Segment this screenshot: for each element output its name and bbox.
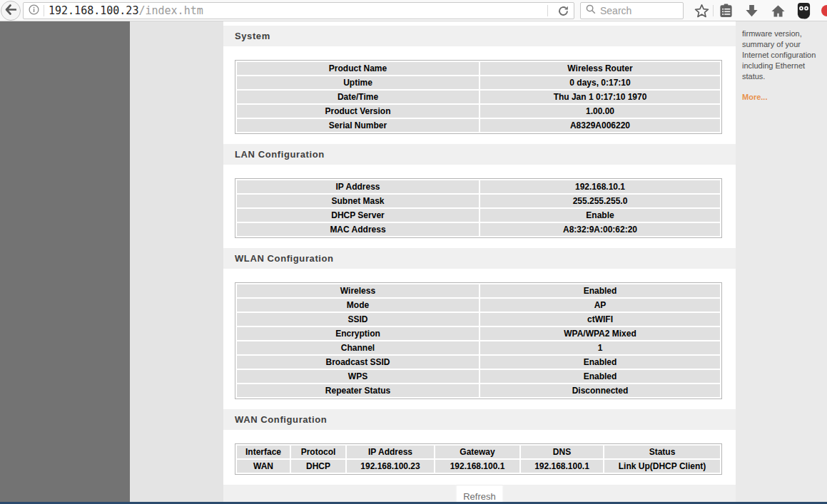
row-label: Repeater Status xyxy=(237,384,479,397)
more-link[interactable]: More... xyxy=(742,93,767,101)
column-header: Interface xyxy=(237,446,290,458)
back-arrow-icon xyxy=(5,4,16,18)
table-row: MAC AddressA8:32:9A:00:62:20 xyxy=(237,223,720,236)
extension-red-icon[interactable] xyxy=(821,5,827,16)
table-row: Repeater StatusDisconnected xyxy=(237,384,720,397)
row-value: Wireless Router xyxy=(480,62,720,75)
footer-band: Refresh xyxy=(223,485,736,504)
row-value: WPA/WPA2 Mixed xyxy=(480,327,720,340)
reload-button[interactable] xyxy=(552,6,574,16)
row-label: Subnet Mask xyxy=(237,195,479,207)
row-value: 1 xyxy=(480,341,720,354)
table-row: Uptime0 days, 0:17:10 xyxy=(237,76,720,89)
row-label: Serial Number xyxy=(237,119,479,132)
refresh-button[interactable]: Refresh xyxy=(456,485,504,504)
row-label: DHCP Server xyxy=(237,209,479,222)
download-arrow-icon xyxy=(744,4,759,19)
row-label: Uptime xyxy=(237,76,479,89)
table-row: DHCP ServerEnable xyxy=(237,209,720,222)
row-value: 255.255.255.0 xyxy=(480,195,720,207)
table-row: ModeAP xyxy=(237,299,720,312)
row-value: Enabled xyxy=(480,284,720,297)
home-icon xyxy=(771,4,786,19)
help-panel: firmware version, summary of your Intern… xyxy=(736,21,827,502)
row-label: WPS xyxy=(237,370,479,383)
row-label: Date/Time xyxy=(237,91,479,103)
bookmarks-menu-button[interactable] xyxy=(717,2,734,19)
section-title-lan: LAN Configuration xyxy=(223,144,736,165)
url-path: /index.htm xyxy=(138,4,203,17)
table-header-row: Interface Protocol IP Address Gateway DN… xyxy=(237,446,720,458)
column-header: Status xyxy=(604,446,720,458)
section-title-wlan: WLAN Configuration xyxy=(223,248,736,269)
table-row: Broadcast SSIDEnabled xyxy=(237,356,720,369)
table-row: Product Version1.00.00 xyxy=(237,105,720,118)
row-value: Enabled xyxy=(480,370,720,383)
row-label: Product Name xyxy=(237,62,479,75)
search-input[interactable] xyxy=(600,5,683,16)
table-row: WPSEnabled xyxy=(237,370,720,383)
page-gutter xyxy=(130,21,223,502)
row-label: MAC Address xyxy=(237,223,479,236)
section-title-wan: WAN Configuration xyxy=(223,409,736,430)
url-bar[interactable]: 192.168.100.23/index.htm xyxy=(23,2,574,19)
wan-table: Interface Protocol IP Address Gateway DN… xyxy=(235,443,722,475)
search-box[interactable] xyxy=(580,2,684,19)
search-icon xyxy=(586,4,596,17)
row-label: Mode xyxy=(237,299,479,312)
row-label: Channel xyxy=(237,341,479,354)
lan-table: IP Address192.168.10.1 Subnet Mask255.25… xyxy=(235,178,722,238)
nav-sidebar-panel xyxy=(0,21,130,502)
urlbar-separator xyxy=(547,5,548,16)
row-label: SSID xyxy=(237,313,479,326)
row-value: ctWIFI xyxy=(480,313,720,326)
site-info-icon[interactable] xyxy=(29,4,39,18)
row-value: A8329A006220 xyxy=(480,119,720,132)
table-row: Date/TimeThu Jan 1 0:17:10 1970 xyxy=(237,91,720,103)
row-value: 192.168.10.1 xyxy=(480,180,720,193)
back-button[interactable] xyxy=(1,1,21,21)
row-value: 0 days, 0:17:10 xyxy=(480,76,720,89)
wan-interface: WAN xyxy=(237,460,290,473)
row-value: Enable xyxy=(480,209,720,222)
star-icon xyxy=(694,4,709,19)
home-button[interactable] xyxy=(769,2,786,19)
system-table: Product NameWireless Router Uptime0 days… xyxy=(235,60,722,134)
ghostery-owl-icon xyxy=(796,3,811,19)
help-text: firmware version, summary of your Intern… xyxy=(742,29,821,82)
row-label: Broadcast SSID xyxy=(237,356,479,369)
ghostery-button[interactable] xyxy=(795,2,812,19)
row-value: Thu Jan 1 0:17:10 1970 xyxy=(480,91,720,103)
status-page-content: System Product NameWireless Router Uptim… xyxy=(223,21,736,504)
wan-ip: 192.168.100.23 xyxy=(347,460,434,473)
column-header: DNS xyxy=(521,446,603,458)
row-value: Enabled xyxy=(480,356,720,369)
row-value: Disconnected xyxy=(480,384,720,397)
row-label: Encryption xyxy=(237,327,479,340)
table-row: IP Address192.168.10.1 xyxy=(237,180,720,193)
browser-window: 192.168.100.23/index.htm xyxy=(0,0,827,504)
browser-toolbar: 192.168.100.23/index.htm xyxy=(0,0,827,21)
wlan-table: WirelessEnabled ModeAP SSIDctWIFI Encryp… xyxy=(235,282,722,399)
clipboard-icon xyxy=(719,3,734,19)
row-label: Product Version xyxy=(237,105,479,118)
toolbar-separator xyxy=(713,5,714,16)
row-value: A8:32:9A:00:62:20 xyxy=(480,223,720,236)
row-label: Wireless xyxy=(237,284,479,297)
wan-gateway: 192.168.100.1 xyxy=(435,460,519,473)
wan-protocol: DHCP xyxy=(291,460,345,473)
table-row: WirelessEnabled xyxy=(237,284,720,297)
downloads-button[interactable] xyxy=(743,2,760,19)
address-text[interactable]: 192.168.100.23/index.htm xyxy=(49,4,543,17)
table-row: WAN DHCP 192.168.100.23 192.168.100.1 19… xyxy=(237,460,720,473)
table-row: EncryptionWPA/WPA2 Mixed xyxy=(237,327,720,340)
table-row: Subnet Mask255.255.255.0 xyxy=(237,195,720,207)
reload-icon xyxy=(558,6,569,16)
bookmark-star-button[interactable] xyxy=(693,2,710,19)
row-label: IP Address xyxy=(237,180,479,193)
wan-dns: 192.168.100.1 xyxy=(521,460,603,473)
table-row: Product NameWireless Router xyxy=(237,62,720,75)
table-row: Serial NumberA8329A006220 xyxy=(237,119,720,132)
column-header: IP Address xyxy=(347,446,434,458)
url-host: 192.168.100.23 xyxy=(49,4,138,17)
